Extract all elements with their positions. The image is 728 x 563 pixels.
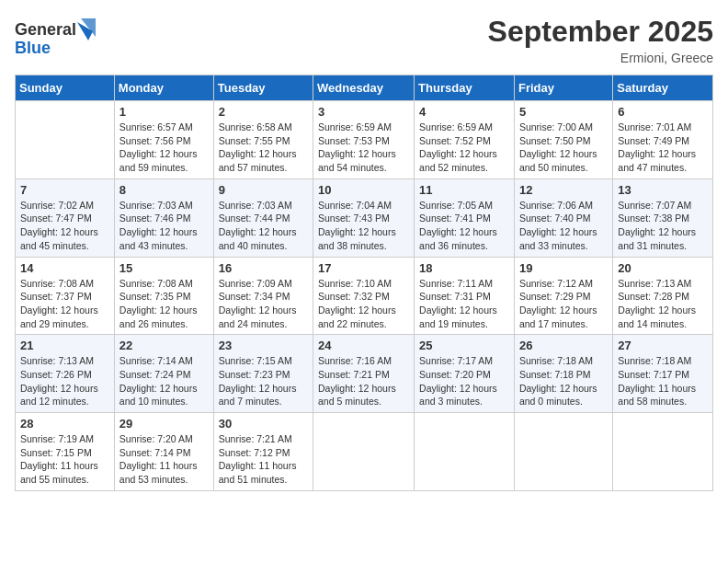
- day-cell: 29Sunrise: 7:20 AM Sunset: 7:14 PM Dayli…: [114, 413, 213, 491]
- day-info: Sunrise: 7:15 AM Sunset: 7:23 PM Dayligh…: [219, 354, 308, 408]
- day-number: 15: [119, 261, 209, 275]
- day-number: 16: [219, 261, 308, 275]
- day-info: Sunrise: 7:17 AM Sunset: 7:20 PM Dayligh…: [419, 354, 509, 408]
- day-cell: 25Sunrise: 7:17 AM Sunset: 7:20 PM Dayli…: [415, 335, 515, 413]
- week-row-1: 1Sunrise: 6:57 AM Sunset: 7:56 PM Daylig…: [16, 101, 713, 179]
- day-info: Sunrise: 7:00 AM Sunset: 7:50 PM Dayligh…: [519, 121, 608, 175]
- day-info: Sunrise: 7:16 AM Sunset: 7:21 PM Dayligh…: [318, 354, 409, 408]
- day-info: Sunrise: 7:03 AM Sunset: 7:46 PM Dayligh…: [119, 199, 209, 253]
- header-cell-monday: Monday: [114, 75, 213, 101]
- day-number: 23: [219, 339, 308, 352]
- day-info: Sunrise: 7:13 AM Sunset: 7:26 PM Dayligh…: [20, 354, 109, 408]
- day-cell: 12Sunrise: 7:06 AM Sunset: 7:40 PM Dayli…: [514, 178, 612, 257]
- day-info: Sunrise: 7:18 AM Sunset: 7:17 PM Dayligh…: [618, 354, 708, 408]
- day-info: Sunrise: 7:20 AM Sunset: 7:14 PM Dayligh…: [119, 432, 209, 487]
- svg-text:General: General: [15, 20, 76, 39]
- day-cell: 21Sunrise: 7:13 AM Sunset: 7:26 PM Dayli…: [16, 335, 115, 413]
- week-row-3: 14Sunrise: 7:08 AM Sunset: 7:37 PM Dayli…: [16, 257, 713, 335]
- day-number: 10: [318, 183, 409, 197]
- day-info: Sunrise: 6:59 AM Sunset: 7:52 PM Dayligh…: [419, 121, 509, 175]
- day-cell: 20Sunrise: 7:13 AM Sunset: 7:28 PM Dayli…: [613, 257, 713, 335]
- day-number: 3: [318, 105, 409, 119]
- day-cell: 16Sunrise: 7:09 AM Sunset: 7:34 PM Dayli…: [213, 257, 313, 335]
- day-cell: 22Sunrise: 7:14 AM Sunset: 7:24 PM Dayli…: [114, 335, 213, 413]
- day-cell: [415, 413, 515, 491]
- day-cell: [313, 413, 415, 491]
- day-number: 2: [219, 105, 308, 119]
- logo-icon: General Blue: [15, 15, 97, 61]
- day-number: 22: [119, 339, 209, 352]
- day-cell: 1Sunrise: 6:57 AM Sunset: 7:56 PM Daylig…: [114, 101, 213, 179]
- day-number: 24: [318, 339, 409, 352]
- header-cell-saturday: Saturday: [613, 75, 713, 101]
- day-cell: 14Sunrise: 7:08 AM Sunset: 7:37 PM Dayli…: [16, 257, 115, 335]
- page-container: General Blue September 2025 Ermioni, Gre…: [0, 0, 728, 499]
- day-cell: 3Sunrise: 6:59 AM Sunset: 7:53 PM Daylig…: [313, 101, 415, 179]
- week-row-2: 7Sunrise: 7:02 AM Sunset: 7:47 PM Daylig…: [16, 178, 713, 257]
- day-info: Sunrise: 7:09 AM Sunset: 7:34 PM Dayligh…: [219, 277, 308, 331]
- title-block: September 2025 Ermioni, Greece: [488, 15, 713, 65]
- day-number: 28: [20, 417, 109, 431]
- day-number: 12: [519, 183, 608, 197]
- day-cell: 26Sunrise: 7:18 AM Sunset: 7:18 PM Dayli…: [514, 335, 612, 413]
- day-cell: 2Sunrise: 6:58 AM Sunset: 7:55 PM Daylig…: [213, 101, 313, 179]
- day-number: 21: [20, 339, 109, 352]
- day-number: 6: [618, 105, 708, 119]
- day-number: 19: [519, 261, 608, 275]
- day-number: 27: [618, 339, 708, 352]
- day-number: 17: [318, 261, 409, 275]
- day-info: Sunrise: 6:57 AM Sunset: 7:56 PM Dayligh…: [119, 121, 209, 175]
- day-cell: 8Sunrise: 7:03 AM Sunset: 7:46 PM Daylig…: [114, 178, 213, 257]
- day-info: Sunrise: 7:03 AM Sunset: 7:44 PM Dayligh…: [219, 199, 308, 253]
- day-info: Sunrise: 7:08 AM Sunset: 7:37 PM Dayligh…: [20, 277, 109, 331]
- day-number: 20: [618, 261, 708, 275]
- day-info: Sunrise: 7:21 AM Sunset: 7:12 PM Dayligh…: [219, 432, 308, 487]
- day-number: 1: [119, 105, 209, 119]
- day-info: Sunrise: 7:19 AM Sunset: 7:15 PM Dayligh…: [20, 432, 109, 487]
- day-cell: 5Sunrise: 7:00 AM Sunset: 7:50 PM Daylig…: [514, 101, 612, 179]
- logo: General Blue: [15, 15, 97, 64]
- header-row: SundayMondayTuesdayWednesdayThursdayFrid…: [16, 75, 713, 101]
- day-cell: 18Sunrise: 7:11 AM Sunset: 7:31 PM Dayli…: [415, 257, 515, 335]
- day-info: Sunrise: 7:07 AM Sunset: 7:38 PM Dayligh…: [618, 199, 708, 253]
- day-info: Sunrise: 7:12 AM Sunset: 7:29 PM Dayligh…: [519, 277, 608, 331]
- day-cell: [514, 413, 612, 491]
- day-number: 8: [119, 183, 209, 197]
- day-cell: [16, 101, 115, 179]
- day-cell: 7Sunrise: 7:02 AM Sunset: 7:47 PM Daylig…: [16, 178, 115, 257]
- day-cell: 23Sunrise: 7:15 AM Sunset: 7:23 PM Dayli…: [213, 335, 313, 413]
- day-cell: 17Sunrise: 7:10 AM Sunset: 7:32 PM Dayli…: [313, 257, 415, 335]
- day-info: Sunrise: 7:18 AM Sunset: 7:18 PM Dayligh…: [519, 354, 608, 408]
- header-cell-tuesday: Tuesday: [213, 75, 313, 101]
- day-cell: 9Sunrise: 7:03 AM Sunset: 7:44 PM Daylig…: [213, 178, 313, 257]
- month-title: September 2025: [488, 15, 713, 49]
- day-number: 29: [119, 417, 209, 431]
- day-cell: 30Sunrise: 7:21 AM Sunset: 7:12 PM Dayli…: [213, 413, 313, 491]
- day-info: Sunrise: 7:05 AM Sunset: 7:41 PM Dayligh…: [419, 199, 509, 253]
- day-info: Sunrise: 7:14 AM Sunset: 7:24 PM Dayligh…: [119, 354, 209, 408]
- day-number: 18: [419, 261, 509, 275]
- day-cell: 4Sunrise: 6:59 AM Sunset: 7:52 PM Daylig…: [415, 101, 515, 179]
- day-cell: 6Sunrise: 7:01 AM Sunset: 7:49 PM Daylig…: [613, 101, 713, 179]
- day-cell: 10Sunrise: 7:04 AM Sunset: 7:43 PM Dayli…: [313, 178, 415, 257]
- week-row-4: 21Sunrise: 7:13 AM Sunset: 7:26 PM Dayli…: [16, 335, 713, 413]
- day-cell: 27Sunrise: 7:18 AM Sunset: 7:17 PM Dayli…: [613, 335, 713, 413]
- day-info: Sunrise: 7:10 AM Sunset: 7:32 PM Dayligh…: [318, 277, 409, 331]
- day-number: 11: [419, 183, 509, 197]
- day-cell: 15Sunrise: 7:08 AM Sunset: 7:35 PM Dayli…: [114, 257, 213, 335]
- location: Ermioni, Greece: [488, 51, 713, 65]
- header-cell-wednesday: Wednesday: [313, 75, 415, 101]
- day-info: Sunrise: 6:58 AM Sunset: 7:55 PM Dayligh…: [219, 121, 308, 175]
- day-number: 7: [20, 183, 109, 197]
- day-cell: 11Sunrise: 7:05 AM Sunset: 7:41 PM Dayli…: [415, 178, 515, 257]
- day-cell: 19Sunrise: 7:12 AM Sunset: 7:29 PM Dayli…: [514, 257, 612, 335]
- header-cell-sunday: Sunday: [16, 75, 115, 101]
- day-info: Sunrise: 7:08 AM Sunset: 7:35 PM Dayligh…: [119, 277, 209, 331]
- header: General Blue September 2025 Ermioni, Gre…: [15, 15, 713, 65]
- day-cell: 28Sunrise: 7:19 AM Sunset: 7:15 PM Dayli…: [16, 413, 115, 491]
- day-number: 9: [219, 183, 308, 197]
- day-cell: 13Sunrise: 7:07 AM Sunset: 7:38 PM Dayli…: [613, 178, 713, 257]
- day-number: 5: [519, 105, 608, 119]
- day-number: 30: [219, 417, 308, 431]
- day-cell: 24Sunrise: 7:16 AM Sunset: 7:21 PM Dayli…: [313, 335, 415, 413]
